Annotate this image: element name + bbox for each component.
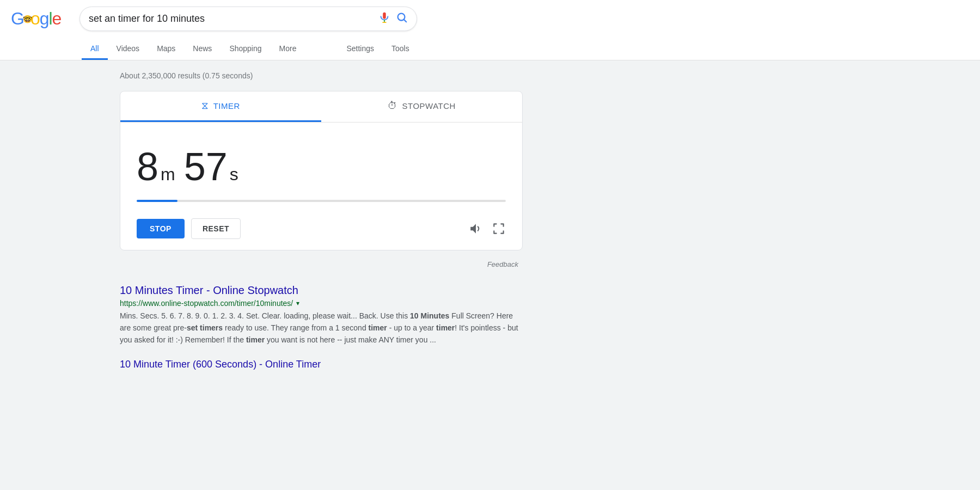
stopwatch-tab[interactable]: ⏱ STOPWATCH: [321, 91, 522, 122]
result-snippet-1: Mins. Secs. 5. 6. 7. 8. 9. 0. 1. 2. 3. 4…: [120, 310, 523, 346]
progress-bar-background: [137, 200, 506, 202]
feedback-row: Feedback: [120, 257, 523, 273]
tab-news[interactable]: News: [184, 39, 220, 60]
progress-bar-container: [120, 200, 522, 213]
reset-button[interactable]: RESET: [191, 218, 241, 239]
result-url-1: https://www.online-stopwatch.com/timer/1…: [120, 299, 293, 308]
main-content: About 2,350,000 results (0.75 seconds) ⧖…: [0, 60, 980, 469]
stop-button[interactable]: STOP: [137, 219, 185, 238]
logo-e: e: [52, 9, 62, 29]
search-button-icon[interactable]: [396, 11, 408, 26]
logo-o2: o: [30, 9, 40, 29]
header-top: G🤓ogle: [11, 7, 969, 36]
timer-tab[interactable]: ⧖ TIMER: [120, 91, 321, 122]
result-title-2[interactable]: 10 Minute Timer (600 Seconds) - Online T…: [120, 359, 523, 370]
search-input[interactable]: [89, 13, 373, 24]
svg-marker-5: [470, 224, 476, 233]
google-logo[interactable]: G🤓ogle: [11, 9, 71, 29]
tab-shopping[interactable]: Shopping: [220, 39, 270, 60]
control-icons: [469, 222, 506, 236]
feedback-link[interactable]: Feedback: [487, 260, 518, 268]
tab-more[interactable]: More: [271, 39, 305, 60]
timer-widget: ⧖ TIMER ⏱ STOPWATCH 8m 57s STOP RESET: [120, 91, 523, 250]
result-url-arrow-1: ▾: [296, 299, 299, 307]
mic-icon[interactable]: [378, 11, 390, 26]
result-title-1[interactable]: 10 Minutes Timer - Online Stopwatch: [120, 284, 523, 297]
tab-videos[interactable]: Videos: [108, 39, 149, 60]
timer-tab-label: TIMER: [213, 101, 240, 111]
timer-seconds: 57: [184, 144, 228, 189]
search-result-1: 10 Minutes Timer - Online Stopwatch http…: [120, 284, 523, 346]
timer-controls: STOP RESET: [120, 213, 522, 250]
timer-s-label: s: [230, 164, 238, 185]
timer-tab-icon: ⧖: [201, 100, 209, 112]
search-bar: [79, 7, 417, 31]
svg-line-4: [404, 20, 406, 22]
timer-display: 8m 57s: [120, 122, 522, 200]
header: G🤓ogle All Videos Maps Ne: [0, 0, 980, 60]
timer-minutes: 8: [137, 144, 158, 189]
search-result-2: 10 Minute Timer (600 Seconds) - Online T…: [120, 359, 523, 370]
logo-g2: g: [40, 9, 49, 29]
volume-icon[interactable]: [469, 222, 483, 236]
nav-tabs: All Videos Maps News Shopping More Setti…: [82, 39, 969, 60]
tab-settings[interactable]: Settings: [338, 39, 383, 60]
tab-tools[interactable]: Tools: [383, 39, 418, 60]
tab-maps[interactable]: Maps: [148, 39, 184, 60]
widget-tabs: ⧖ TIMER ⏱ STOPWATCH: [120, 91, 522, 122]
results-info: About 2,350,000 results (0.75 seconds): [120, 71, 860, 80]
timer-m-label: m: [161, 164, 175, 185]
logo-g1: G: [11, 9, 24, 29]
progress-bar-fill: [137, 200, 177, 202]
svg-rect-0: [383, 13, 386, 19]
stopwatch-tab-label: STOPWATCH: [402, 101, 456, 111]
fullscreen-icon[interactable]: [492, 222, 506, 236]
stopwatch-tab-icon: ⏱: [388, 100, 398, 112]
result-url-row-1: https://www.online-stopwatch.com/timer/1…: [120, 299, 523, 308]
tab-all[interactable]: All: [82, 39, 108, 60]
